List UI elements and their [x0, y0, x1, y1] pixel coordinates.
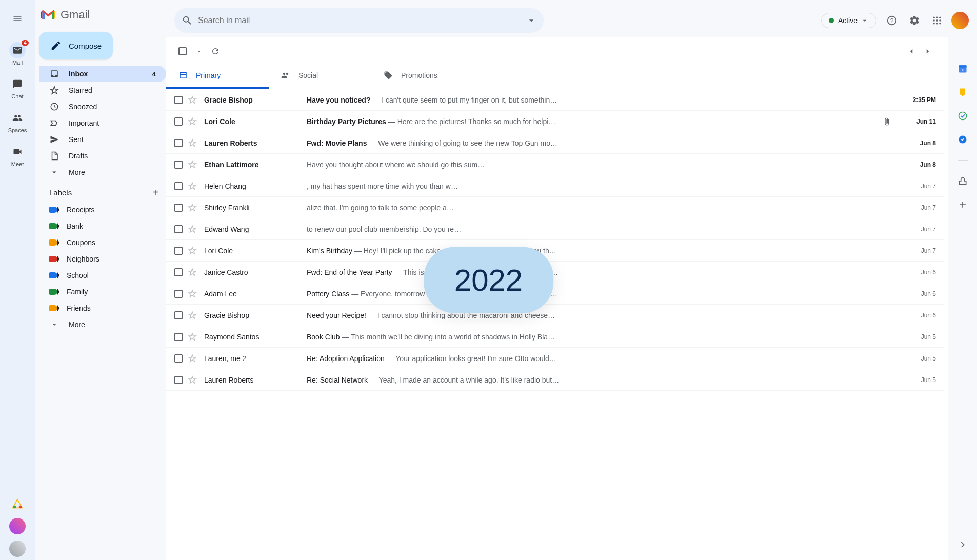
nav-starred[interactable]: Starred: [39, 82, 166, 98]
nav-snoozed[interactable]: Snoozed: [39, 98, 166, 115]
rail-item-spaces[interactable]: Spaces: [8, 105, 27, 138]
mail-checkbox[interactable]: [174, 182, 183, 190]
prev-page-button[interactable]: [903, 43, 920, 59]
label-tag-icon: .label-tag[style*="#1e8e3e"]::after{bord…: [49, 289, 57, 295]
labels-more[interactable]: More: [39, 316, 166, 333]
account-avatar[interactable]: [951, 12, 969, 29]
mail-row[interactable]: Janice Castro Fwd: End of the Year Party…: [166, 262, 944, 283]
chat-icon: [12, 79, 23, 89]
mail-content: Kim's Birthday — Hey! I'll pick up the c…: [307, 247, 895, 255]
mail-snippet: to renew our pool club membership. Do yo…: [307, 225, 461, 233]
addons-button[interactable]: [958, 176, 968, 186]
label-coupons[interactable]: .label-tag[style*="#f29900"]::after{bord…: [39, 234, 166, 251]
tab-primary[interactable]: Primary: [166, 64, 269, 89]
mail-checkbox[interactable]: [174, 333, 183, 341]
star-button[interactable]: [188, 354, 197, 363]
select-all-checkbox[interactable]: [174, 43, 191, 59]
mail-row[interactable]: Adam Lee Pottery Class — Everyone, tomor…: [166, 283, 944, 305]
nav-sent[interactable]: Sent: [39, 131, 166, 148]
select-dropdown[interactable]: [191, 43, 207, 59]
star-button[interactable]: [188, 311, 197, 320]
nav-more[interactable]: More: [39, 164, 166, 181]
star-button[interactable]: [188, 375, 197, 385]
mail-checkbox[interactable]: [174, 247, 183, 255]
compose-button[interactable]: Compose: [39, 32, 113, 59]
label-receipts[interactable]: .label-tag[style*="#1a73e8"]::after{bord…: [39, 202, 166, 218]
mail-row[interactable]: Shirley Frankli alize that. I'm going to…: [166, 197, 944, 218]
mail-checkbox[interactable]: [174, 225, 183, 233]
mail-row[interactable]: Lauren, me 2 Re: Adoption Application — …: [166, 348, 944, 369]
refresh-button[interactable]: [207, 43, 224, 59]
search-input[interactable]: [193, 16, 526, 25]
star-button[interactable]: [188, 182, 197, 191]
main-menu-button[interactable]: [5, 6, 30, 31]
keep-app-icon[interactable]: [958, 87, 968, 97]
rail-avatar-1[interactable]: [9, 518, 26, 534]
mail-checkbox[interactable]: [174, 354, 183, 363]
mail-checkbox[interactable]: [174, 376, 183, 384]
rail-item-chat[interactable]: Chat: [8, 71, 27, 105]
nav-inbox[interactable]: Inbox4: [39, 66, 166, 82]
contacts-app-icon[interactable]: [958, 134, 968, 145]
tasks-app-icon[interactable]: [958, 111, 968, 121]
star-button[interactable]: [188, 117, 197, 126]
star-button[interactable]: [188, 332, 197, 342]
star-button[interactable]: [188, 289, 197, 298]
star-button[interactable]: [188, 225, 197, 234]
side-panel-toggle[interactable]: [958, 539, 968, 550]
search-box[interactable]: [174, 8, 544, 33]
nav-drafts[interactable]: Drafts: [39, 148, 166, 164]
tab-promotions[interactable]: Promotions: [371, 64, 474, 89]
status-pill[interactable]: Active: [821, 13, 876, 28]
mail-checkbox[interactable]: [174, 311, 183, 319]
promotions-icon: [384, 71, 393, 80]
star-icon: [188, 289, 197, 298]
svg-text:31: 31: [961, 68, 965, 72]
mail-row[interactable]: Ethan Lattimore Have you thought about w…: [166, 154, 944, 175]
label-friends[interactable]: .label-tag[style*="#f29900"]::after{bord…: [39, 300, 166, 316]
mail-checkbox[interactable]: [174, 139, 183, 147]
label-school[interactable]: .label-tag[style*="#1a73e8"]::after{bord…: [39, 267, 166, 284]
star-button[interactable]: [188, 160, 197, 169]
rail-item-mail[interactable]: 4Mail: [8, 37, 27, 71]
status-dot-icon: [829, 18, 834, 23]
label-neighbors[interactable]: .label-tag[style*="#d93025"]::after{bord…: [39, 251, 166, 267]
mail-row[interactable]: Lori Cole Kim's Birthday — Hey! I'll pic…: [166, 240, 944, 262]
rail-avatar-2[interactable]: [9, 541, 26, 557]
mail-row[interactable]: Lauren Roberts Fwd: Movie Plans — We wer…: [166, 132, 944, 154]
add-label-button[interactable]: +: [153, 187, 159, 198]
star-button[interactable]: [188, 246, 197, 255]
next-page-button[interactable]: [920, 43, 936, 59]
mail-checkbox[interactable]: [174, 117, 183, 126]
support-button[interactable]: ?: [882, 10, 902, 31]
settings-button[interactable]: [904, 10, 925, 31]
mail-row[interactable]: Helen Chang , my hat has spent more time…: [166, 175, 944, 197]
mail-row[interactable]: Gracie Bishop Need your Recipe! — I cann…: [166, 305, 944, 326]
mail-row[interactable]: Edward Wang to renew our pool club membe…: [166, 218, 944, 240]
rail-item-meet[interactable]: Meet: [8, 138, 27, 172]
star-button[interactable]: [188, 268, 197, 277]
mail-row[interactable]: Lauren Roberts Re: Social Network — Yeah…: [166, 369, 944, 391]
mail-row[interactable]: Gracie Bishop Have you noticed? — I can'…: [166, 89, 944, 111]
tab-social[interactable]: Social: [269, 64, 371, 89]
mail-row[interactable]: Lori Cole Birthday Party Pictures — Here…: [166, 111, 944, 132]
calendar-app-icon[interactable]: 31: [958, 64, 968, 74]
tab-label: Primary: [196, 71, 221, 79]
mail-row[interactable]: Raymond Santos Book Club — This month we…: [166, 326, 944, 348]
star-button[interactable]: [188, 203, 197, 212]
search-options-icon[interactable]: [526, 15, 536, 26]
apps-button[interactable]: [927, 10, 947, 31]
mail-checkbox[interactable]: [174, 96, 183, 104]
mail-checkbox[interactable]: [174, 290, 183, 298]
mail-checkbox[interactable]: [174, 161, 183, 169]
mail-sender: Lauren Roberts: [204, 376, 307, 384]
star-button[interactable]: [188, 138, 197, 148]
mail-checkbox[interactable]: [174, 204, 183, 212]
star-button[interactable]: [188, 95, 197, 105]
mail-checkbox[interactable]: [174, 268, 183, 276]
label-family[interactable]: .label-tag[style*="#1e8e3e"]::after{bord…: [39, 284, 166, 300]
rail-app-icon[interactable]: [12, 498, 23, 510]
get-addons-button[interactable]: [958, 199, 968, 210]
nav-important[interactable]: Important: [39, 115, 166, 131]
label-bank[interactable]: .label-tag[style*="#1e8e3e"]::after{bord…: [39, 218, 166, 234]
